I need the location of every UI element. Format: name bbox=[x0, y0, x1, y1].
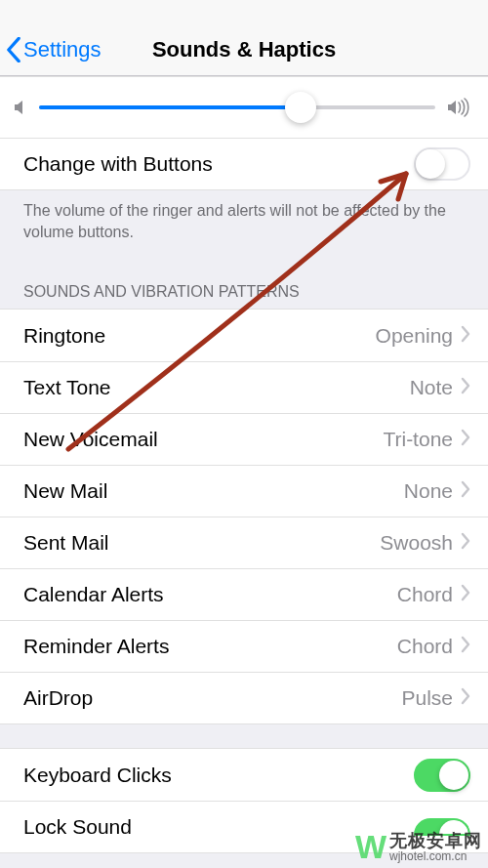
sound-label: New Voicemail bbox=[23, 428, 383, 451]
chevron-right-icon bbox=[461, 325, 470, 343]
sound-value: Chord bbox=[397, 583, 453, 606]
back-button[interactable]: Settings bbox=[6, 37, 102, 62]
chevron-right-icon bbox=[461, 532, 470, 550]
sound-row[interactable]: New VoicemailTri-tone bbox=[0, 413, 488, 465]
sound-label: Calendar Alerts bbox=[23, 583, 397, 606]
sound-row[interactable]: Text ToneNote bbox=[0, 361, 488, 413]
watermark-url: wjhotel.com.cn bbox=[389, 850, 482, 863]
system-sound-toggle[interactable] bbox=[414, 759, 470, 792]
sound-value: Note bbox=[410, 376, 453, 399]
watermark-title: 无极安卓网 bbox=[389, 832, 482, 850]
chevron-right-icon bbox=[461, 687, 470, 705]
sound-value: Opening bbox=[376, 324, 453, 348]
sound-label: New Mail bbox=[23, 479, 404, 503]
sound-row[interactable]: Reminder AlertsChord bbox=[0, 620, 488, 672]
sound-label: Reminder Alerts bbox=[23, 635, 397, 658]
chevron-right-icon bbox=[461, 429, 470, 446]
change-with-buttons-footer: The volume of the ringer and alerts will… bbox=[0, 190, 488, 254]
ringer-volume-group: Change with Buttons bbox=[0, 76, 488, 190]
watermark: W 无极安卓网 wjhotel.com.cn bbox=[355, 828, 482, 866]
system-sound-label: Keyboard Clicks bbox=[23, 764, 414, 787]
sounds-section-header: SOUNDS AND VIBRATION PATTERNS bbox=[0, 254, 488, 309]
chevron-right-icon bbox=[461, 377, 470, 394]
sound-label: Sent Mail bbox=[23, 531, 380, 555]
change-with-buttons-label: Change with Buttons bbox=[23, 152, 414, 176]
chevron-right-icon bbox=[461, 636, 470, 653]
chevron-right-icon bbox=[461, 584, 470, 601]
sound-row[interactable]: RingtoneOpening bbox=[0, 310, 488, 361]
change-with-buttons-row: Change with Buttons bbox=[0, 138, 488, 189]
sound-label: Text Tone bbox=[23, 376, 410, 399]
back-label: Settings bbox=[23, 37, 102, 62]
sound-label: AirDrop bbox=[23, 686, 401, 710]
chevron-right-icon bbox=[461, 480, 470, 498]
sound-value: Pulse bbox=[401, 686, 453, 710]
sound-row[interactable]: Sent MailSwoosh bbox=[0, 517, 488, 568]
speaker-quiet-icon bbox=[14, 99, 27, 116]
volume-slider[interactable] bbox=[39, 105, 435, 109]
chevron-left-icon bbox=[6, 37, 21, 62]
sound-row[interactable]: New MailNone bbox=[0, 465, 488, 517]
sound-row[interactable]: Calendar AlertsChord bbox=[0, 568, 488, 620]
watermark-logo-icon: W bbox=[355, 828, 384, 866]
sound-value: Tri-tone bbox=[383, 428, 453, 451]
sounds-list: RingtoneOpeningText ToneNoteNew Voicemai… bbox=[0, 309, 488, 724]
sound-value: Chord bbox=[397, 635, 453, 658]
change-with-buttons-toggle[interactable] bbox=[414, 147, 470, 181]
system-sound-row: Keyboard Clicks bbox=[0, 749, 488, 801]
volume-slider-row bbox=[0, 77, 488, 138]
sound-row[interactable]: AirDropPulse bbox=[0, 672, 488, 723]
sound-value: Swoosh bbox=[380, 531, 453, 555]
slider-thumb[interactable] bbox=[285, 92, 316, 123]
sound-label: Ringtone bbox=[23, 324, 376, 348]
speaker-loud-icon bbox=[447, 98, 470, 117]
nav-bar: Settings Sounds & Haptics bbox=[0, 0, 488, 76]
sound-value: None bbox=[404, 479, 453, 503]
